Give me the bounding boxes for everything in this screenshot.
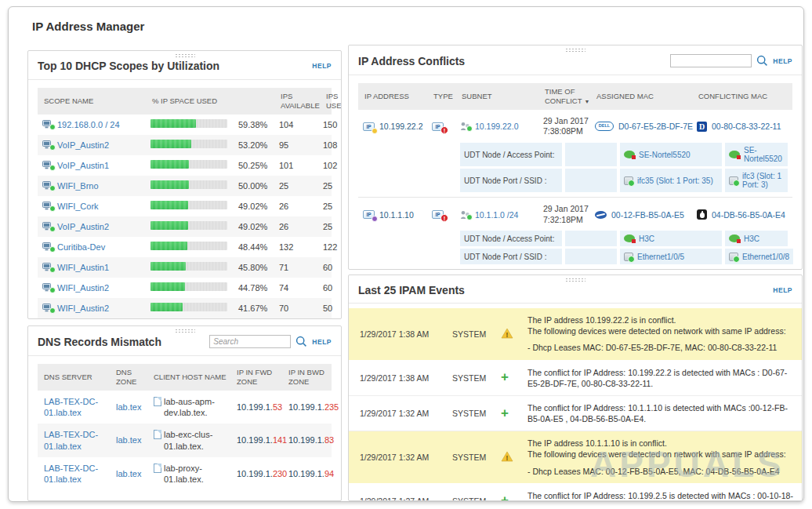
conflicts-search-input[interactable] [670,54,752,67]
fwd-ip-prefix: 10.199.1. [237,402,273,412]
conflict-time: 7:38:08PM [543,126,595,137]
udt-node-label: UDT Node / Access Point: [460,231,562,246]
scope-server-status-icon [42,283,53,292]
utilization-percent: 45.80% [238,263,279,272]
scope-server-status-icon [42,161,53,169]
dhcp-help-link[interactable]: HELP [312,62,332,70]
scope-name-link[interactable]: VoIP_Austin2 [57,222,109,231]
port-status-icon [624,253,633,261]
scope-name-link[interactable]: WIFI_Austin2 [57,304,109,313]
bwd-ip-prefix: 10.199.1. [288,402,324,412]
conflicts-help-link[interactable]: HELP [773,57,792,65]
scope-name-link[interactable]: Curitiba-Dev [57,242,105,252]
subnet-link[interactable]: 10.1.1.0 /24 [475,210,518,220]
utilization-bar [150,140,227,148]
conflict-date: 29 Jan 2017 [543,204,595,215]
add-event-icon: + [501,405,509,420]
node-status-icon [729,235,740,242]
dhcp-scope-row: VoIP_Austin1 50.25% 101 102 [38,155,332,176]
scope-name-link[interactable]: WIFI_Austin1 [57,263,109,272]
event-timestamp: 1/29/2017 1:27 AM [360,496,452,501]
dns-server-link[interactable]: LAB-TEX-DC-01.lab.tex [44,397,98,417]
ips-available-value: 95 [279,140,323,150]
fwd-ip-mismatch-octet: 53 [273,402,282,412]
port-status-icon [624,176,633,185]
dns-help-link[interactable]: HELP [312,338,332,346]
sort-desc-icon: ▼ [585,99,590,104]
ips-used-value: 60 [323,283,332,293]
dns-mismatch-panel: DNS Records Mismatch HELP DNS SERVER DNS… [27,325,342,501]
col-conflicting-mac: CONFLICTING MAC [697,92,788,101]
scope-server-status-icon [42,140,53,149]
assigned-mac-link[interactable]: 00-12-FB-B5-0A-E5 [611,210,684,220]
col-subnet: SUBNET [460,92,543,101]
ips-available-value: 104 [279,120,323,129]
assigned-port-link[interactable]: ifc35 (Slot: 1 Port: 35) [637,176,713,185]
col-time-of-conflict[interactable]: TIME OF CONFLICT▼ [543,87,595,106]
ips-used-value: 102 [323,161,337,170]
event-message: The IP address 10.199.22.2 is in conflic… [527,314,794,354]
assigned-mac-link[interactable]: D0-67-E5-2B-DF-7E [618,122,693,131]
ips-available-value: 132 [279,242,323,252]
assigned-port-link[interactable]: Ethernet1/0/5 [637,253,684,261]
ips-used-value: 25 [323,181,332,191]
conflicting-port-link[interactable]: Ethernet1/0/8 [742,253,789,261]
client-host-name: lab-exc-clus-01.lab.tex. [164,429,234,452]
scope-name-link[interactable]: VoIP_Austin2 [57,140,109,150]
dns-search-input[interactable] [209,335,291,348]
event-source: SYSTEM [452,409,501,418]
dns-server-link[interactable]: LAB-TEX-DC-01.lab.tex [44,430,98,450]
conflicting-mac-link[interactable]: 00-80-C8-33-22-11 [712,122,781,131]
scope-name-link[interactable]: 192.168.0.0 / 24 [57,120,120,129]
dns-server-link[interactable]: LAB-TEX-DC-01.lab.tex [44,464,98,484]
conflicting-mac-link[interactable]: 04-DB-56-B5-0A-E4 [712,210,785,220]
dns-zone-link[interactable]: lab.tex [116,435,141,445]
assigned-node-link[interactable]: H3C [639,235,654,243]
col-ip-fwd-zone: IP IN FWD ZONE [235,368,287,387]
utilization-percent: 41.67% [238,304,279,313]
ips-available-value: 101 [279,161,323,170]
col-dns-zone: DNS ZONE [114,368,152,387]
utilization-bar [150,242,227,250]
udt-node-spacer [565,231,617,246]
warning-icon: ! [501,454,513,464]
ips-used-value: 122 [323,242,337,252]
conflicting-node-link[interactable]: SE-Nortel5520 [744,146,784,163]
conflicting-port-link[interactable]: ifc3 (Slot: 1 Port: 3) [742,172,784,189]
dns-zone-link[interactable]: lab.tex [116,402,141,412]
conflicting-node-link[interactable]: H3C [744,235,759,243]
col-assigned-mac: ASSIGNED MAC [595,92,697,101]
event-row: 1/29/2017 1:32 AM SYSTEM ! + The IP addr… [349,431,802,484]
scope-name-link[interactable]: WIFI_Brno [57,181,99,191]
scope-name-link[interactable]: VoIP_Austin1 [57,161,109,170]
assigned-node-link[interactable]: SE-Nortel5520 [639,151,691,159]
utilization-percent: 59.38% [238,120,279,129]
host-record-icon [154,430,161,439]
event-source: SYSTEM [452,496,501,501]
port-status-icon [729,176,738,185]
events-help-link[interactable]: HELP [773,286,792,294]
events-panel-title: Last 25 IPAM Events [358,284,465,296]
search-icon[interactable] [756,55,768,67]
event-timestamp: 1/29/2017 1:38 AM [360,373,452,383]
port-status-icon [729,253,738,261]
dns-zone-link[interactable]: lab.tex [116,469,141,478]
node-status-icon [624,151,635,158]
ips-available-value: 74 [279,283,323,293]
event-source: SYSTEM [452,329,501,339]
fwd-ip-mismatch-octet: 230 [273,469,287,478]
subnet-icon [460,210,470,220]
client-host-name: lab-proxy-01.lab.tex. [164,463,234,485]
scope-name-link[interactable]: WIFI_Cork [57,202,99,211]
utilization-bar [150,262,227,271]
scope-name-link[interactable]: WIFI_Austin2 [57,283,109,293]
fwd-ip-prefix: 10.199.1. [237,435,273,445]
ips-used-value: 50 [323,304,332,313]
event-row: 1/29/2017 1:38 AM SYSTEM ! + The conflic… [349,361,802,396]
scope-server-status-icon [42,263,53,271]
col-type: TYPE [432,92,460,101]
subnet-link[interactable]: 10.199.22.0 [475,122,518,131]
dhcp-scope-row: WIFI_Austin2 44.78% 74 60 [38,278,332,298]
search-icon[interactable] [295,336,307,347]
host-record-icon [154,464,161,473]
